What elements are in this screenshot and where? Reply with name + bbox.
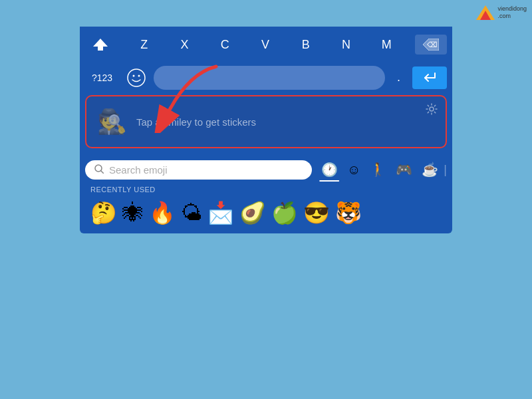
- search-emoji-placeholder: Search emoji: [109, 164, 168, 176]
- period-key[interactable]: .: [390, 65, 407, 90]
- emoji-fire[interactable]: 🔥: [149, 200, 176, 225]
- emoji-cloud[interactable]: 🌤: [181, 201, 202, 225]
- keyboard-container: Z X C V B N M ⌫ ?123: [80, 27, 452, 233]
- backspace-icon: ⌫: [423, 39, 439, 51]
- recently-used-emoji-row: 🤔 🕷 🔥 🌤 📩 🥑 🍏 😎 🐯: [80, 198, 452, 233]
- emoji-sunglasses[interactable]: 😎: [303, 200, 330, 225]
- emoji-thinking[interactable]: 🤔: [90, 200, 117, 225]
- emoji-face-icon: [127, 68, 146, 87]
- category-food-tab[interactable]: ☕: [418, 159, 442, 180]
- sticker-mascot-icon: 🕵️: [97, 108, 127, 136]
- svg-point-4: [128, 69, 145, 86]
- emoji-search-row: Search emoji 🕐 ☺ 🚶 🎮 ☕ |: [80, 154, 452, 183]
- watermark-brand: viendidong .com: [497, 5, 527, 20]
- watermark-logo-icon: [476, 5, 495, 20]
- letter-key-row: Z X C V B N M ⌫: [85, 33, 447, 56]
- emoji-spider[interactable]: 🕷: [122, 201, 144, 225]
- search-magnifier-icon: [94, 164, 104, 174]
- emoji-search-box[interactable]: Search emoji: [85, 160, 312, 180]
- keyboard-top-section: Z X C V B N M ⌫: [80, 27, 452, 63]
- svg-line-9: [101, 171, 104, 174]
- key-X[interactable]: X: [173, 34, 197, 56]
- key-N[interactable]: N: [334, 34, 358, 56]
- sticker-settings-icon[interactable]: [426, 103, 438, 118]
- emoji-tiger[interactable]: 🐯: [335, 200, 362, 225]
- keyboard-second-row: ?123 .: [80, 63, 452, 95]
- svg-point-5: [133, 74, 135, 76]
- emoji-envelope[interactable]: 📩: [207, 200, 234, 225]
- key-M[interactable]: M: [374, 34, 398, 56]
- sticker-panel-content: 🕵️ Tap a smiley to get stickers: [97, 108, 256, 136]
- emoji-key[interactable]: [124, 66, 148, 90]
- sticker-prompt-text: Tap a smiley to get stickers: [136, 116, 256, 128]
- category-smiley-tab[interactable]: ☺: [343, 160, 364, 180]
- shift-icon: [93, 37, 108, 52]
- search-icon: [94, 164, 104, 176]
- key-V[interactable]: V: [253, 34, 277, 56]
- key-Z[interactable]: Z: [132, 34, 156, 56]
- svg-marker-2: [93, 39, 108, 51]
- key-C[interactable]: C: [213, 34, 237, 56]
- watermark: viendidong .com: [476, 5, 527, 20]
- category-activity-tab[interactable]: 🎮: [392, 159, 416, 180]
- gear-icon: [426, 103, 438, 115]
- category-divider: |: [444, 163, 447, 177]
- numbers-key[interactable]: ?123: [85, 67, 119, 88]
- svg-text:⌫: ⌫: [427, 41, 438, 49]
- backspace-key[interactable]: ⌫: [415, 35, 447, 55]
- text-input-area[interactable]: [154, 66, 385, 90]
- sticker-panel: 🕵️ Tap a smiley to get stickers: [85, 95, 447, 148]
- svg-point-6: [138, 74, 140, 76]
- shift-key[interactable]: [85, 33, 116, 56]
- emoji-category-tabs: 🕐 ☺ 🚶 🎮 ☕ |: [317, 159, 447, 180]
- enter-key[interactable]: [412, 66, 447, 89]
- emoji-avocado[interactable]: 🥑: [239, 200, 266, 225]
- enter-icon: [422, 72, 438, 84]
- svg-point-7: [430, 107, 434, 111]
- category-people-tab[interactable]: 🚶: [366, 159, 390, 180]
- recently-used-label: RECENTLY USED: [80, 183, 452, 198]
- key-B[interactable]: B: [294, 34, 318, 56]
- emoji-apple[interactable]: 🍏: [271, 200, 298, 225]
- category-recent-tab[interactable]: 🕐: [317, 159, 342, 180]
